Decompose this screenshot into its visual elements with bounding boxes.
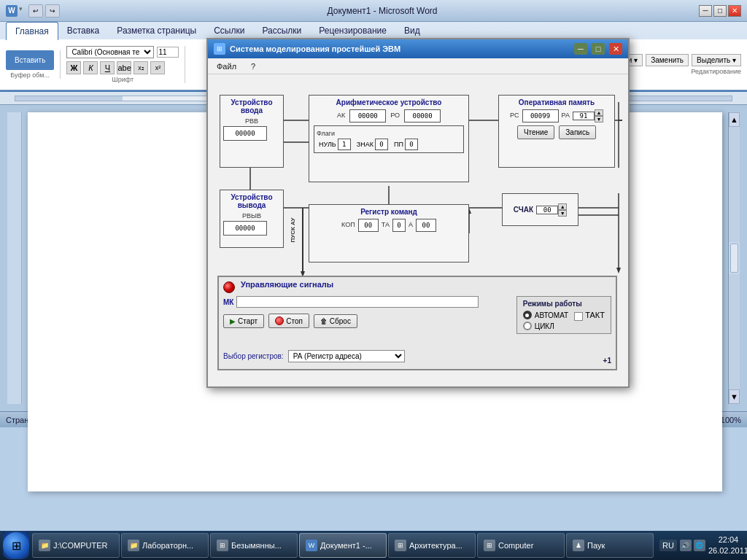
underline-btn[interactable]: Ч (100, 61, 115, 74)
tab-references[interactable]: Ссылки (205, 22, 253, 39)
auto-radio[interactable] (523, 311, 532, 319)
reset-btn[interactable]: 🗑 Сброс (314, 314, 357, 328)
rvyv-input[interactable] (223, 221, 267, 236)
tab-mailings[interactable]: Рассылки (253, 22, 310, 39)
takt-checkbox[interactable] (574, 312, 583, 321)
a-input[interactable] (416, 219, 436, 232)
redo-btn[interactable]: ↪ (45, 4, 60, 18)
pc-input[interactable] (522, 109, 559, 122)
strikethrough-btn[interactable]: abe (117, 61, 131, 74)
word-minimize[interactable]: ─ (699, 5, 712, 17)
sign-flag-label: ЗНАК (357, 141, 374, 148)
memory-title: Оперативная память (502, 98, 611, 106)
start-button[interactable]: ⊞ (3, 532, 29, 559)
tab-view[interactable]: Вид (395, 22, 429, 39)
language-indicator[interactable]: RU (659, 540, 677, 551)
kop-label: КОП (341, 221, 355, 228)
output-device-box: Устройство вывода РВЫВ (220, 190, 284, 248)
read-btn[interactable]: Чтение (517, 125, 554, 139)
ra-input[interactable] (573, 112, 595, 120)
vertical-scrollbar[interactable]: ▲ ▼ (728, 112, 740, 404)
dialog-close[interactable]: ✕ (609, 43, 622, 55)
folder-icon: 📁 (39, 540, 50, 551)
cycle-radio[interactable] (523, 322, 532, 330)
word-icon: W (306, 540, 317, 551)
mk-bar (236, 296, 479, 308)
flags-label: Флаги (317, 130, 335, 137)
arithmetic-unit-box: Арифметическое устройство АК РО Флаги НУ… (309, 95, 469, 182)
null-flag-input[interactable] (338, 139, 351, 150)
control-title: Управляющие сигналы (241, 280, 333, 289)
app-icon-2: ⊞ (395, 540, 406, 551)
ta-input[interactable] (392, 219, 406, 232)
schak-label: СЧАК (514, 206, 533, 214)
taskbar-item-computer[interactable]: ⊞ Computer (477, 533, 565, 558)
schak-down-btn[interactable]: ▼ (558, 210, 567, 217)
word-maximize[interactable]: □ (713, 5, 727, 17)
null-flag-label: НУЛЬ (319, 141, 336, 148)
mk-label: МК (223, 298, 233, 306)
taskbar-item-document[interactable]: W Документ1 -... (299, 533, 387, 558)
ra-up-btn[interactable]: ▲ (595, 109, 603, 116)
taskbar: ⊞ 📁 J:\COMPUTER 📁 Лабораторн... ⊞ Безымя… (0, 531, 747, 560)
font-size[interactable] (157, 47, 179, 58)
register-select-label: Выбор регистров: (223, 352, 284, 360)
tab-insert[interactable]: Вставка (58, 22, 109, 39)
rvv-input[interactable] (223, 126, 267, 141)
taskbar-item-jcomputer[interactable]: 📁 J:\COMPUTER (32, 533, 120, 558)
dialog-minimize[interactable]: ─ (574, 43, 587, 55)
auto-label: АВТОМАТ (535, 311, 568, 319)
flags-group: Флаги НУЛЬ ЗНАК ПП (314, 125, 464, 153)
tab-review[interactable]: Рецензирование (310, 22, 395, 39)
taskbar-item-spider[interactable]: ♟ Паук (566, 533, 654, 558)
schak-input[interactable] (536, 206, 558, 214)
write-btn[interactable]: Запись (559, 125, 596, 139)
dialog-maximize[interactable]: □ (592, 43, 605, 55)
taskbar-right: RU 🔊 🌐 22:04 26.02.2011 (654, 534, 747, 557)
ak-input[interactable] (349, 109, 386, 122)
word-close[interactable]: ✕ (728, 5, 741, 17)
app-icon-4: ♟ (573, 540, 584, 551)
menu-help[interactable]: ? (248, 61, 258, 72)
taskbar-item-unnamed[interactable]: ⊞ Безымянны... (210, 533, 298, 558)
ra-spin-group: ▲ ▼ (573, 109, 603, 122)
kop-input[interactable] (358, 219, 379, 232)
undo-btn[interactable]: ↩ (28, 4, 43, 18)
stop-btn[interactable]: Стоп (268, 314, 309, 328)
tab-home[interactable]: Главная (6, 22, 58, 40)
word-title: Документ1 - Microsoft Word (66, 6, 699, 16)
replace-btn[interactable]: Заменить (646, 54, 689, 66)
superscript-btn[interactable]: x² (150, 61, 165, 74)
cmd-reg-title: Регистр команд (312, 208, 465, 216)
folder-icon-2: 📁 (128, 540, 139, 551)
indicator-led (223, 281, 235, 293)
date-display: 26.02.2011 (708, 545, 747, 556)
pp-flag-label: ПП (394, 141, 403, 148)
taskbar-item-lab[interactable]: 📁 Лабораторн... (121, 533, 209, 558)
auto-mode-item[interactable]: АВТОМАТ (523, 311, 568, 319)
taskbar-items: 📁 J:\COMPUTER 📁 Лабораторн... ⊞ Безымянн… (32, 533, 654, 558)
cycle-mode-item[interactable]: ЦИКЛ (523, 322, 568, 330)
italic-btn[interactable]: К (83, 61, 98, 74)
paste-btn[interactable]: Вставить (6, 50, 54, 70)
schak-spin-group: ▲ ▼ (536, 203, 567, 217)
subscript-btn[interactable]: x₂ (133, 61, 148, 74)
pp-flag-input[interactable] (405, 139, 418, 150)
register-select[interactable]: РА (Регистр адреса) АК (Аккумулятор) РС … (288, 350, 405, 362)
word-titlebar: W ▾ ↩ ↪ Документ1 - Microsoft Word ─ □ ✕ (0, 0, 747, 22)
taskbar-item-arch[interactable]: ⊞ Архитектура... (388, 533, 476, 558)
simulation-dialog: ⊞ Система моделирования простейшей ЭВМ ─… (206, 38, 630, 388)
clock[interactable]: 22:04 26.02.2011 (708, 534, 747, 557)
schak-up-btn[interactable]: ▲ (558, 203, 567, 210)
sign-flag-input[interactable] (375, 139, 388, 150)
takt-group: ТАКТ (574, 311, 605, 330)
select-btn[interactable]: Выделить ▾ (692, 54, 741, 66)
bold-btn[interactable]: Ж (66, 61, 81, 74)
ro-input[interactable] (404, 109, 441, 122)
tab-layout[interactable]: Разметка страницы (108, 22, 205, 39)
font-family[interactable]: Calibri (Основная те... (66, 46, 154, 58)
menu-file[interactable]: Файл (214, 61, 239, 72)
ra-down-btn[interactable]: ▼ (595, 116, 603, 122)
start-btn[interactable]: ▶ Старт (223, 314, 264, 328)
tray-icon-2: 🌐 (694, 540, 705, 551)
